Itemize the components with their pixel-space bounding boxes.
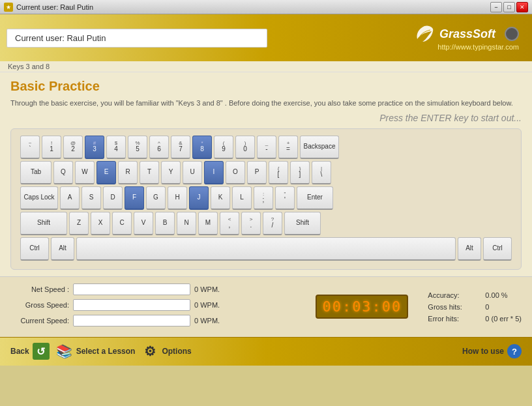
key-quote[interactable]: "'	[275, 186, 295, 210]
key-0[interactable]: )0	[235, 136, 255, 159]
key-p[interactable]: P	[247, 161, 267, 184]
key-shift-right[interactable]: Shift	[284, 212, 321, 235]
key-comma[interactable]: <,	[220, 212, 239, 235]
key-backtick[interactable]: ~`	[20, 136, 40, 159]
gross-speed-label: Gross Speed:	[10, 301, 69, 309]
key-alt-right[interactable]: Alt	[458, 237, 481, 261]
section-description: Through the basic exercise, you will be …	[10, 98, 522, 109]
key-a[interactable]: A	[60, 186, 80, 210]
leaf-icon	[413, 25, 436, 43]
key-m[interactable]: M	[198, 212, 218, 235]
key-slash[interactable]: ?/	[263, 212, 282, 235]
key-1[interactable]: !1	[42, 136, 61, 159]
key-h[interactable]: H	[168, 186, 187, 210]
key-k[interactable]: K	[211, 186, 230, 210]
key-period[interactable]: >.	[241, 212, 261, 235]
current-speed-value: 0 WPM.	[194, 317, 227, 325]
main-content: Basic Practice Through the basic exercis…	[0, 72, 532, 276]
key-i[interactable]: I	[204, 161, 224, 184]
net-speed-value: 0 WPM.	[194, 285, 227, 293]
accuracy-row: Accuracy: 0.00 %	[428, 291, 522, 299]
maximize-button[interactable]: □	[503, 2, 515, 12]
key-tab[interactable]: Tab	[20, 161, 52, 184]
back-button[interactable]: Back ↺	[10, 343, 50, 360]
help-icon: ?	[507, 344, 522, 358]
key-3[interactable]: #3	[85, 136, 104, 159]
key-z[interactable]: Z	[69, 212, 89, 235]
back-icon: ↺	[33, 343, 50, 360]
key-4[interactable]: $4	[106, 136, 126, 159]
key-v[interactable]: V	[134, 212, 153, 235]
key-ctrl-left[interactable]: Ctrl	[20, 237, 49, 261]
key-lbracket[interactable]: {[	[269, 161, 288, 184]
key-7[interactable]: &7	[171, 136, 190, 159]
accuracy-label: Accuracy:	[428, 291, 480, 299]
key-x[interactable]: X	[91, 212, 110, 235]
key-rbracket[interactable]: }]	[290, 161, 310, 184]
camera-icon	[505, 27, 519, 41]
section-title: Basic Practice	[10, 79, 522, 94]
keyboard-row-3: Caps Lock A S D F G H J K L :; "' Enter	[20, 186, 512, 210]
key-q[interactable]: Q	[53, 161, 73, 184]
minimize-button[interactable]: −	[490, 2, 502, 12]
key-r[interactable]: R	[118, 161, 138, 184]
brand-url: http://www.typingstar.com	[437, 43, 519, 51]
key-shift-left[interactable]: Shift	[20, 212, 67, 235]
close-button[interactable]: ✕	[516, 2, 528, 12]
key-c[interactable]: C	[112, 212, 132, 235]
how-to-use-button[interactable]: How to use ?	[462, 344, 522, 358]
stats-right: Accuracy: 0.00 % Gross hits: 0 Error hit…	[428, 283, 522, 330]
key-enter[interactable]: Enter	[297, 186, 333, 210]
keyboard: ~` !1 @2 #3 $4 %5 ^6 &7 *8 (9 )0 _- += B…	[10, 128, 522, 270]
key-6[interactable]: ^6	[149, 136, 169, 159]
options-button[interactable]: ⚙ Options	[141, 343, 191, 360]
key-l[interactable]: L	[232, 186, 252, 210]
stat-row-gross-speed: Gross Speed: 0 WPM.	[10, 299, 296, 311]
key-2[interactable]: @2	[63, 136, 83, 159]
gross-hits-value: 0	[485, 303, 489, 311]
key-d[interactable]: D	[103, 186, 123, 210]
key-backslash[interactable]: |\	[312, 161, 331, 184]
key-w[interactable]: W	[75, 161, 95, 184]
back-label: Back	[10, 347, 29, 356]
select-lesson-label: Select a Lesson	[76, 347, 136, 356]
key-e[interactable]: E	[96, 161, 116, 184]
brand-logo: GrassSoft	[413, 25, 519, 43]
key-space[interactable]	[76, 237, 456, 261]
error-hits-value: 0 (0 err * 5)	[485, 315, 522, 323]
key-t[interactable]: T	[140, 161, 159, 184]
key-y[interactable]: Y	[161, 161, 181, 184]
key-caps-lock[interactable]: Caps Lock	[20, 186, 58, 210]
stat-row-net-speed: Net Speed : 0 WPM.	[10, 283, 296, 295]
key-semicolon[interactable]: :;	[254, 186, 273, 210]
key-b[interactable]: B	[155, 212, 175, 235]
keyboard-row-4: Shift Z X C V B N M <, >. ?/ Shift	[20, 212, 512, 235]
select-lesson-button[interactable]: 📚 Select a Lesson	[56, 343, 136, 360]
keyboard-row-1: ~` !1 @2 #3 $4 %5 ^6 &7 *8 (9 )0 _- += B…	[20, 136, 512, 159]
stat-row-current-speed: Current Speed: 0 WPM.	[10, 315, 296, 326]
gross-hits-row: Gross hits: 0	[428, 303, 522, 311]
key-8[interactable]: *8	[192, 136, 212, 159]
current-speed-label: Current Speed:	[10, 317, 69, 325]
key-alt-left[interactable]: Alt	[51, 237, 74, 261]
gross-speed-value: 0 WPM.	[194, 301, 227, 309]
key-j[interactable]: J	[189, 186, 209, 210]
key-g[interactable]: G	[146, 186, 166, 210]
accuracy-value: 0.00 %	[485, 291, 507, 299]
key-minus[interactable]: _-	[257, 136, 276, 159]
key-backspace[interactable]: Backspace	[300, 136, 339, 159]
gross-hits-label: Gross hits:	[428, 303, 480, 311]
key-u[interactable]: U	[183, 161, 202, 184]
keyboard-row-5: Ctrl Alt Alt Ctrl	[20, 237, 512, 261]
key-5[interactable]: %5	[128, 136, 147, 159]
key-9[interactable]: (9	[214, 136, 233, 159]
header: Current user: Raul Putin GrassSoft http:…	[0, 14, 532, 61]
key-s[interactable]: S	[81, 186, 101, 210]
key-ctrl-right[interactable]: Ctrl	[483, 237, 512, 261]
key-equals[interactable]: +=	[278, 136, 298, 159]
key-o[interactable]: O	[226, 161, 245, 184]
user-label: Current user: Raul Putin	[7, 29, 267, 48]
key-f[interactable]: F	[125, 186, 144, 210]
key-n[interactable]: N	[177, 212, 196, 235]
current-speed-bar	[73, 315, 190, 326]
